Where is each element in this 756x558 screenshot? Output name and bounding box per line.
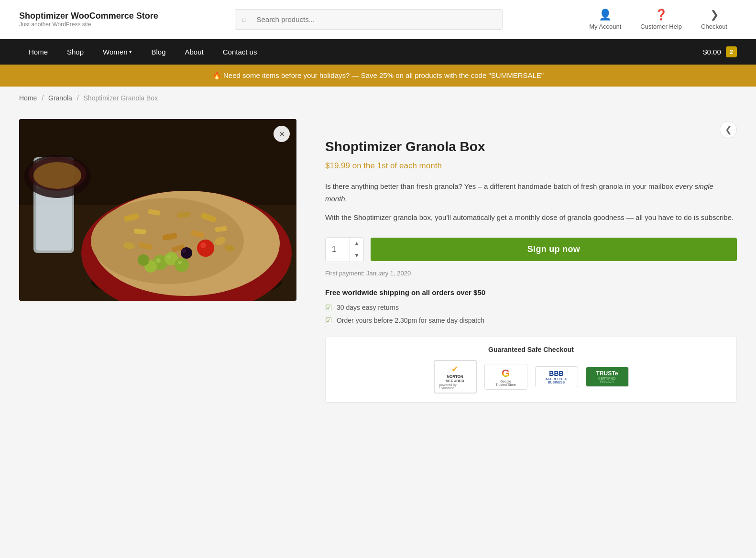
google-badge: G Google Trusted Store: [484, 364, 527, 390]
google-g-icon: G: [502, 367, 510, 380]
checkout-label: Checkout: [701, 23, 727, 30]
quantity-input[interactable]: [326, 238, 350, 262]
site-header: Shoptimizer WooCommerce Store Just anoth…: [0, 0, 756, 39]
site-title: Shoptimizer WooCommerce Store: [19, 11, 158, 21]
product-title: Shoptimizer Granola Box: [325, 138, 737, 155]
norton-sub-label: powered by Symantec: [439, 383, 471, 390]
check-item-1: ☑ 30 days easy returns: [325, 303, 737, 312]
truste-badge: TRUSTe CERTIFIED PRIVACY: [586, 367, 629, 387]
norton-label: NORTON: [447, 374, 463, 379]
my-account-label: My Account: [589, 23, 621, 30]
breadcrumb: Home / Granola / Shoptimizer Granola Box: [0, 87, 756, 109]
checkmark-icon-1: ☑: [325, 303, 332, 312]
help-icon: ❓: [655, 9, 668, 21]
customer-help-link[interactable]: ❓ Customer Help: [631, 9, 691, 30]
quantity-up-button[interactable]: ▲: [350, 238, 363, 250]
shipping-title: Free worldwide shipping on all orders ov…: [325, 288, 737, 296]
trust-badges: ✔ NORTON SECURED powered by Symantec G G…: [335, 360, 727, 394]
product-description-2: With the Shoptimizer granola box, you'll…: [325, 211, 737, 224]
product-image-svg: [19, 119, 296, 301]
bbb-label: BBB: [549, 370, 563, 377]
safe-checkout-title: Guaranteed Safe Checkout: [335, 346, 727, 353]
svg-point-24: [197, 240, 214, 257]
header-actions: 👤 My Account ❓ Customer Help ❯ Checkout: [580, 9, 737, 30]
site-tagline: Just another WordPress site: [19, 21, 158, 28]
nav-links: Home Shop Women ▾ Blog About Contact us: [19, 39, 266, 65]
nav-item-contact[interactable]: Contact us: [213, 39, 267, 65]
check-item-1-label: 30 days easy returns: [337, 304, 399, 311]
svg-point-23: [178, 261, 182, 264]
signup-button[interactable]: Sign up now: [371, 238, 737, 261]
search-input[interactable]: [235, 9, 503, 30]
search-bar: ⌕: [235, 9, 503, 30]
svg-point-27: [182, 249, 186, 252]
site-branding: Shoptimizer WooCommerce Store Just anoth…: [19, 11, 158, 28]
cart-area[interactable]: $0.00 2: [703, 46, 737, 57]
svg-point-21: [156, 258, 161, 263]
checkmark-icon-2: ☑: [325, 316, 332, 325]
breadcrumb-sep-1: /: [42, 94, 44, 102]
breadcrumb-current: Shoptimizer Granola Box: [84, 94, 158, 102]
checkout-icon: ❯: [710, 9, 719, 21]
nav-item-blog[interactable]: Blog: [142, 39, 175, 65]
bbb-accredited-label: ACCREDITED BUSINESS: [540, 377, 573, 384]
product-image-wrap: ✕: [19, 119, 296, 403]
bbb-badge: BBB ACCREDITED BUSINESS: [535, 366, 578, 387]
norton-check-icon: ✔: [451, 364, 459, 374]
main-content: ✕ ❮ Shoptimizer Granola Box $19.99 on th…: [0, 109, 756, 431]
cart-count-badge: 2: [726, 46, 737, 57]
breadcrumb-home[interactable]: Home: [19, 94, 37, 102]
quantity-input-wrap: ▲ ▼: [325, 237, 364, 262]
promo-banner: 🔥 Need some items before your holidays? …: [0, 65, 756, 87]
norton-badge: ✔ NORTON SECURED powered by Symantec: [434, 360, 477, 394]
google-trusted-label: Trusted Store: [495, 383, 515, 386]
main-nav: Home Shop Women ▾ Blog About Contact us …: [0, 39, 756, 65]
product-price: $19.99 on the 1st of each month: [325, 161, 737, 171]
product-description-1: Is there anything better than fresh gran…: [325, 180, 737, 205]
svg-point-22: [167, 255, 171, 259]
nav-item-about[interactable]: About: [175, 39, 213, 65]
svg-point-18: [175, 258, 189, 272]
norton-secured-label: SECURED: [446, 379, 464, 383]
svg-point-36: [33, 162, 81, 189]
quantity-stepper: ▲ ▼: [350, 238, 363, 262]
nav-item-women[interactable]: Women ▾: [93, 39, 142, 65]
breadcrumb-category[interactable]: Granola: [48, 94, 72, 102]
first-payment-text: First payment: January 1, 2020: [325, 270, 737, 277]
add-to-cart-row: ▲ ▼ Sign up now: [325, 237, 737, 262]
svg-point-20: [138, 254, 149, 266]
checkout-link[interactable]: ❯ Checkout: [691, 9, 737, 30]
promo-banner-text: 🔥 Need some items before your holidays? …: [212, 71, 544, 79]
product-prev-button[interactable]: ❮: [720, 121, 737, 138]
truste-label: TRUSTe: [596, 370, 618, 377]
check-item-2-label: Order yours before 2.30pm for same day d…: [337, 317, 484, 324]
product-info: ❮ Shoptimizer Granola Box $19.99 on the …: [325, 119, 737, 403]
search-icon: ⌕: [241, 15, 246, 24]
safe-checkout-box: Guaranteed Safe Checkout ✔ NORTON SECURE…: [325, 337, 737, 403]
truste-certified-label: CERTIFIED PRIVACY: [591, 377, 624, 383]
image-close-button[interactable]: ✕: [274, 126, 290, 142]
check-item-2: ☑ Order yours before 2.30pm for same day…: [325, 316, 737, 325]
product-image: ✕: [19, 119, 296, 301]
nav-item-shop[interactable]: Shop: [57, 39, 93, 65]
user-icon: 👤: [599, 9, 612, 21]
customer-help-label: Customer Help: [640, 23, 682, 30]
svg-point-26: [181, 247, 192, 259]
svg-point-25: [200, 242, 206, 248]
nav-item-home[interactable]: Home: [19, 39, 57, 65]
my-account-link[interactable]: 👤 My Account: [580, 9, 631, 30]
breadcrumb-sep-2: /: [77, 94, 79, 102]
quantity-down-button[interactable]: ▼: [350, 250, 363, 262]
google-label: Google: [500, 380, 511, 383]
cart-price: $0.00: [703, 48, 721, 56]
chevron-down-icon: ▾: [129, 49, 132, 55]
